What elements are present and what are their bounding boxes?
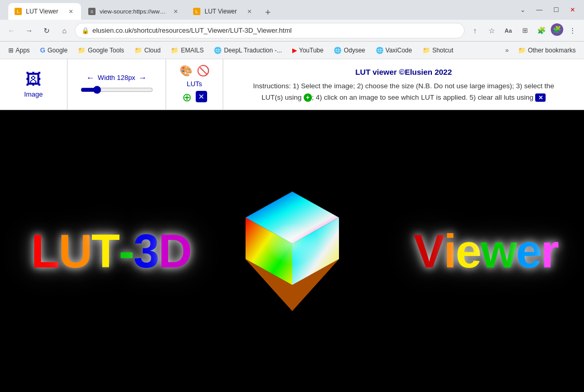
bookmark-shotcut-label: Shotcut xyxy=(432,47,454,54)
extensions-grid-icon[interactable]: ⊞ xyxy=(518,23,532,38)
share-icon[interactable]: ↑ xyxy=(468,23,482,38)
profile-icon[interactable]: 🧩 xyxy=(551,23,563,36)
bookmark-odysee[interactable]: 🌐 Odysee xyxy=(330,45,369,56)
tab-lut-viewer-3[interactable]: L LUT Viewer ✕ xyxy=(187,3,260,20)
arrow-left-icon: ← xyxy=(86,73,94,83)
bookmark-emails-label: EMAILS xyxy=(181,47,203,54)
instructions-body: Instructions: 1) Select the image; 2) ch… xyxy=(243,80,565,103)
clear-icon-inline: ✕ xyxy=(535,93,546,102)
bookmarks-more-button[interactable]: » xyxy=(502,45,512,56)
cube-svg xyxy=(238,186,347,316)
app-toolbar: 🖼 Image ← Width 128px → xyxy=(0,59,584,110)
bookmark-deepl-label: DeepL Traduction -... xyxy=(224,47,282,54)
letter-e2: e xyxy=(516,224,541,278)
bookmark-star-icon[interactable]: ☆ xyxy=(484,23,499,38)
bookmark-emails[interactable]: 📁 EMAILS xyxy=(167,45,208,56)
tab-favicon-1: L xyxy=(15,8,22,15)
lut-display-area: L U T - 3 D xyxy=(0,110,584,392)
image-section: 🖼 Image xyxy=(0,59,67,110)
tab-favicon-3: L xyxy=(193,8,200,15)
bookmark-vaxicode[interactable]: 🌐 VaxiCode xyxy=(372,45,416,56)
bookmark-google-label: Google xyxy=(47,47,67,54)
browser-window: L LUT Viewer ✕ S view-source:https://www… xyxy=(0,0,584,392)
bookmark-apps[interactable]: ⊞ Apps xyxy=(4,45,34,56)
luts-section: 🎨 🚫 LUTs ⊕ ✕ xyxy=(166,59,223,110)
folder-icon-tools: 📁 xyxy=(78,47,86,54)
letter-3: 3 xyxy=(133,224,158,278)
bookmark-deepl[interactable]: 🌐 DeepL Traduction -... xyxy=(210,45,286,56)
luts-top-icons: 🎨 🚫 xyxy=(180,64,210,77)
home-button[interactable]: ⌂ xyxy=(57,23,72,38)
bookmark-shotcut[interactable]: 📁 Shotcut xyxy=(418,45,458,56)
letter-V: V xyxy=(414,224,444,278)
width-section: ← Width 128px → xyxy=(67,59,166,110)
image-icon: 🖼 xyxy=(25,71,41,88)
forward-button[interactable]: → xyxy=(22,23,36,38)
add-lut-icon[interactable]: ⊕ xyxy=(182,91,192,104)
luts-label: LUTs xyxy=(187,80,202,88)
instructions-title: LUT viewer ©Elusien 2022 xyxy=(243,66,565,78)
back-button[interactable]: ← xyxy=(4,23,19,38)
letter-r: r xyxy=(541,224,558,278)
bookmark-youtube[interactable]: ▶ YouTube xyxy=(288,45,328,56)
image-button[interactable]: 🖼 Image xyxy=(24,71,43,98)
width-range-input[interactable] xyxy=(80,86,153,94)
letter-e1: e xyxy=(456,224,481,278)
tab-source[interactable]: S view-source:https://www.elusien... ✕ xyxy=(82,3,186,20)
reload-button[interactable]: ↻ xyxy=(39,23,54,38)
close-button[interactable]: ✕ xyxy=(565,3,580,17)
bookmarks-bar: ⊞ Apps G Google 📁 Google Tools 📁 Cloud 📁… xyxy=(0,42,584,59)
letter-D: D xyxy=(158,224,191,278)
clear-lut-icon[interactable]: ✕ xyxy=(196,91,207,102)
letter-L: L xyxy=(31,224,59,278)
letter-i: i xyxy=(444,224,456,278)
bookmark-cloud[interactable]: 📁 Cloud xyxy=(130,45,165,56)
width-value: Width 128px xyxy=(98,74,135,82)
toolbar-icons: ↑ ☆ Aa ⊞ 🧩 🧩 ⋮ xyxy=(468,23,580,38)
tab-lut-viewer-1[interactable]: L LUT Viewer ✕ xyxy=(8,3,81,20)
bookmark-google-tools-label: Google Tools xyxy=(88,47,124,54)
luts-controls: 🎨 🚫 LUTs ⊕ ✕ xyxy=(180,64,210,104)
lut-3d-title: L U T - 3 D xyxy=(31,224,191,278)
bookmark-apps-label: Apps xyxy=(16,47,30,54)
bookmark-youtube-label: YouTube xyxy=(299,47,323,54)
add-icon-inline: + xyxy=(304,93,312,102)
folder-icon-cloud: 📁 xyxy=(134,47,142,54)
bookmark-other[interactable]: 📁 Other bookmarks xyxy=(514,45,580,56)
instructions-content: LUT viewer ©Elusien 2022 Instructions: 1… xyxy=(243,66,565,103)
minimize-windows-button[interactable]: ⌄ xyxy=(515,3,530,17)
other-bookmarks-folder-icon: 📁 xyxy=(518,47,526,54)
tab-close-3[interactable]: ✕ xyxy=(245,7,253,16)
extensions-icon[interactable]: 🧩 xyxy=(534,23,549,38)
tab-close-1[interactable]: ✕ xyxy=(66,7,75,16)
letter-dash: - xyxy=(119,224,133,278)
instructions-section: LUT viewer ©Elusien 2022 Instructions: 1… xyxy=(223,59,584,110)
menu-icon[interactable]: ⋮ xyxy=(565,23,580,38)
vaxicode-icon: 🌐 xyxy=(376,47,384,54)
tab-title-1: LUT Viewer xyxy=(26,8,62,15)
letter-w: w xyxy=(481,224,516,278)
window-controls: ⌄ — ☐ ✕ xyxy=(515,3,580,17)
letter-T: T xyxy=(91,224,119,278)
svg-point-4 xyxy=(266,223,318,264)
bookmark-cloud-label: Cloud xyxy=(144,47,160,54)
page-content: 🖼 Image ← Width 128px → xyxy=(0,59,584,392)
bookmark-google-tools[interactable]: 📁 Google Tools xyxy=(74,45,128,56)
minimize-button[interactable]: — xyxy=(532,3,547,17)
lut-cube xyxy=(235,184,349,319)
maximize-button[interactable]: ☐ xyxy=(549,3,563,17)
arrow-right-icon: → xyxy=(139,73,147,83)
letter-U: U xyxy=(59,224,91,278)
tab-close-2[interactable]: ✕ xyxy=(171,7,180,16)
bookmark-google[interactable]: G Google xyxy=(36,44,72,56)
deepl-icon: 🌐 xyxy=(214,47,222,54)
palette-icon: 🎨 xyxy=(180,64,193,77)
reader-mode-icon[interactable]: Aa xyxy=(501,23,515,38)
url-display: elusien.co.uk/shortcut/resources/LUT_Vie… xyxy=(92,26,458,34)
tab-favicon-2: S xyxy=(88,8,96,15)
bookmark-vaxicode-label: VaxiCode xyxy=(386,47,412,54)
title-bar: L LUT Viewer ✕ S view-source:https://www… xyxy=(0,0,584,20)
width-controls: ← Width 128px → xyxy=(80,73,153,96)
address-bar[interactable]: 🔒 elusien.co.uk/shortcut/resources/LUT_V… xyxy=(75,23,465,38)
new-tab-button[interactable]: + xyxy=(261,5,275,20)
